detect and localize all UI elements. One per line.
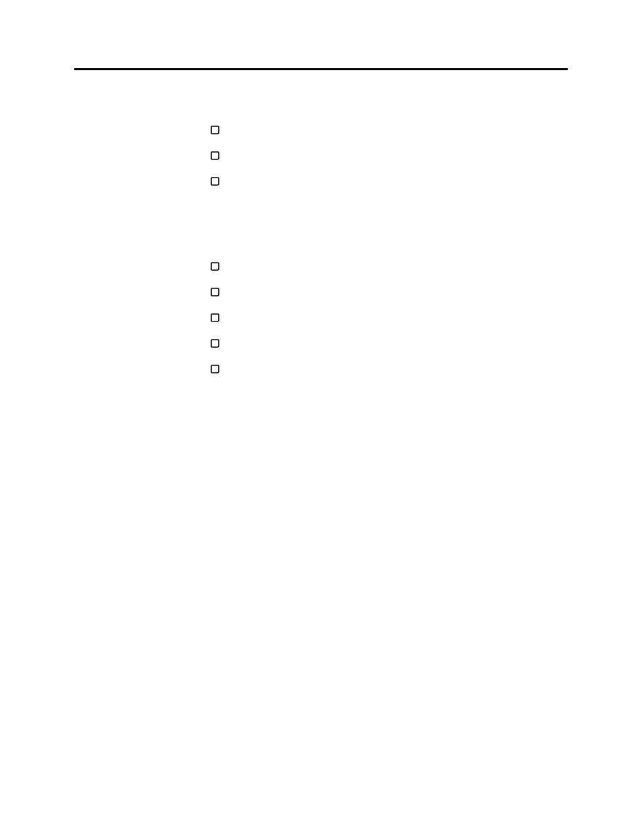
page: [0, 0, 644, 834]
checkbox-item: [211, 361, 562, 386]
checkbox-icon[interactable]: [211, 288, 219, 296]
checkbox-icon[interactable]: [211, 339, 219, 348]
checkbox-icon[interactable]: [211, 151, 219, 160]
checkbox-item: [211, 122, 562, 147]
checkbox-item: [211, 147, 562, 173]
checkbox-item: [211, 284, 562, 309]
checkbox-icon[interactable]: [211, 177, 219, 186]
checkbox-icon[interactable]: [211, 126, 219, 134]
checkbox-icon[interactable]: [211, 313, 219, 322]
checkbox-item: [211, 173, 562, 199]
checkbox-icon[interactable]: [211, 365, 219, 373]
checkbox-item: [211, 309, 562, 335]
checkbox-item: [211, 335, 562, 361]
checkbox-group-2: [211, 258, 562, 386]
checkbox-icon[interactable]: [211, 262, 219, 271]
header-rule: [74, 68, 568, 70]
checkbox-group-1: [211, 122, 562, 199]
checkbox-item: [211, 258, 562, 284]
content-area: [211, 122, 562, 446]
